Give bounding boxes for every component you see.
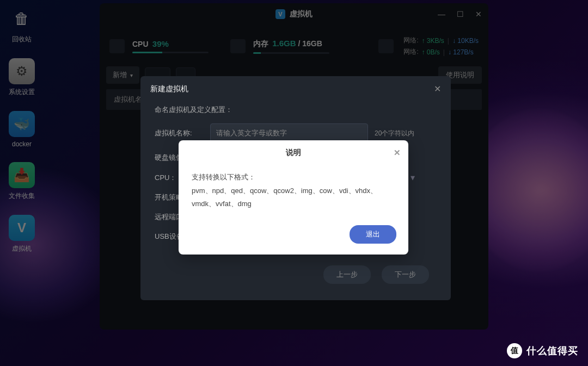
watermark-badge-icon: 值 <box>507 343 522 358</box>
watermark-text: 什么值得买 <box>526 344 578 357</box>
vm-name-hint: 20个字符以内 <box>375 129 414 138</box>
chevron-down-icon[interactable]: ▾ <box>411 172 415 183</box>
vm-name-label: 虚拟机名称: <box>155 128 204 138</box>
info-dialog-title: 说明 <box>286 148 301 157</box>
dialog-subtitle: 命名虚拟机及定义配置： <box>155 105 437 115</box>
next-step-button[interactable]: 下一步 <box>382 265 429 284</box>
watermark: 值 什么值得买 <box>507 343 578 358</box>
prev-step-button[interactable]: 上一步 <box>323 265 371 284</box>
dialog-title: 新建虚拟机 <box>150 84 188 94</box>
close-icon[interactable]: ✕ <box>394 148 401 158</box>
info-line: 支持转换以下格式： <box>192 171 395 184</box>
exit-button[interactable]: 退出 <box>350 225 396 244</box>
close-icon[interactable]: ✕ <box>434 84 441 94</box>
info-dialog: 说明 ✕ 支持转换以下格式： pvm、npd、qed、qcow、qcow2、im… <box>179 140 408 255</box>
info-formats: pvm、npd、qed、qcow、qcow2、img、cow、vdi、vhdx、… <box>192 184 395 211</box>
